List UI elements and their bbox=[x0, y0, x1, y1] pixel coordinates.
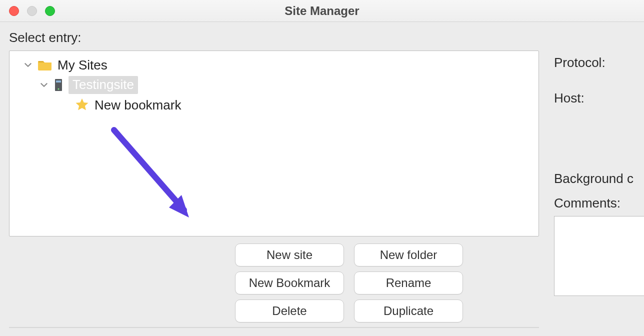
svg-rect-1 bbox=[56, 80, 61, 82]
tree-site-label: Testingsite bbox=[68, 76, 138, 94]
site-tree[interactable]: My Sites Testingsite New bookmark bbox=[9, 50, 539, 236]
server-icon bbox=[54, 78, 64, 92]
new-folder-button[interactable]: New folder bbox=[354, 244, 463, 266]
protocol-label: Protocol: bbox=[554, 55, 644, 70]
zoom-window-button[interactable] bbox=[45, 6, 55, 16]
chevron-down-icon[interactable] bbox=[24, 60, 32, 70]
host-label: Host: bbox=[554, 90, 644, 106]
close-window-button[interactable] bbox=[9, 6, 19, 16]
folder-icon bbox=[38, 59, 52, 71]
tree-row-bookmark[interactable]: New bookmark bbox=[14, 95, 534, 115]
svg-point-2 bbox=[58, 88, 59, 90]
entry-buttons: New site New folder New Bookmark Rename … bbox=[235, 244, 463, 322]
select-entry-label: Select entry: bbox=[9, 30, 539, 46]
divider bbox=[9, 327, 539, 328]
titlebar: Site Manager bbox=[0, 0, 644, 22]
right-column: Protocol: Host: Background c Comments: bbox=[554, 30, 644, 330]
chevron-down-icon[interactable] bbox=[40, 80, 48, 90]
tree-bookmark-label: New bookmark bbox=[94, 98, 181, 113]
tree-row-site[interactable]: Testingsite bbox=[14, 75, 534, 95]
tree-root-label: My Sites bbox=[58, 58, 108, 73]
comments-textarea[interactable] bbox=[554, 216, 644, 296]
tree-row-root[interactable]: My Sites bbox=[14, 55, 534, 75]
window-controls bbox=[9, 6, 55, 16]
window-title: Site Manager bbox=[0, 4, 644, 18]
left-column: Select entry: My Sites Testingsite bbox=[9, 30, 539, 330]
comments-label: Comments: bbox=[554, 196, 644, 211]
delete-button[interactable]: Delete bbox=[235, 300, 344, 322]
minimize-window-button[interactable] bbox=[27, 6, 37, 16]
new-bookmark-button[interactable]: New Bookmark bbox=[235, 272, 344, 294]
duplicate-button[interactable]: Duplicate bbox=[354, 300, 463, 322]
new-site-button[interactable]: New site bbox=[235, 244, 344, 266]
content: Select entry: My Sites Testingsite bbox=[0, 22, 644, 336]
rename-button[interactable]: Rename bbox=[354, 272, 463, 294]
background-color-label: Background c bbox=[554, 171, 644, 186]
star-icon bbox=[74, 98, 90, 112]
